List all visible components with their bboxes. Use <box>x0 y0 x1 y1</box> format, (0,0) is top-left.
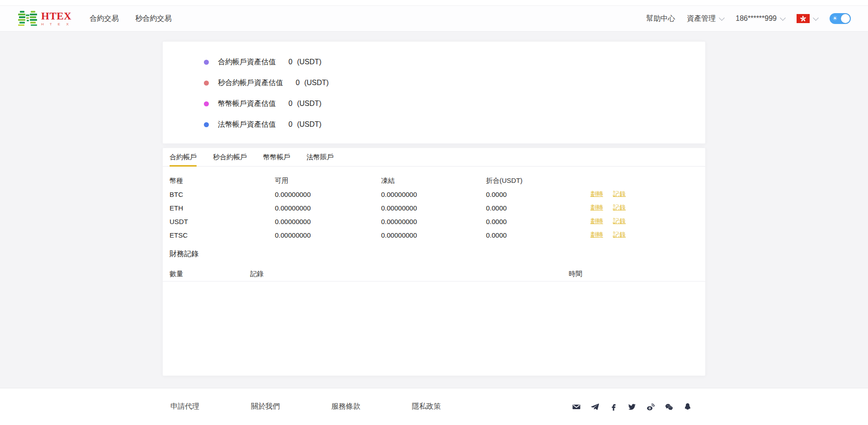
converted-amount: 0.0000 <box>486 231 590 239</box>
account-dot-icon <box>204 81 209 86</box>
qq-icon[interactable] <box>684 403 692 411</box>
tab-label: 法幣賬戶 <box>307 153 334 162</box>
email-icon[interactable] <box>572 403 580 411</box>
col-record: 記錄 <box>250 270 569 278</box>
chevron-down-icon <box>780 15 786 21</box>
record-link[interactable]: 記錄 <box>613 231 626 239</box>
account-valuation-label: 合約帳戶資產估值 <box>218 57 276 67</box>
main-content: 合約帳戶資產估值 0 (USDT) 秒合約帳戶資產估值 0 (USDT) 幣幣帳… <box>0 32 868 388</box>
available-amount: 0.00000000 <box>275 191 381 198</box>
asset-table-row: BTC 0.00000000 0.00000000 0.0000 劃轉 記錄 <box>163 187 705 201</box>
account-number: 186******999 <box>736 14 777 23</box>
footer-link[interactable]: 服務條款 <box>331 402 360 411</box>
page: HTEX H T E X 合約交易 秒合約交易 幫助中心 資產管理 186***… <box>0 0 868 425</box>
frozen-amount: 0.00000000 <box>381 191 486 198</box>
row-actions: 劃轉 記錄 <box>590 204 698 212</box>
asset-summary-row: 幣幣帳戶資產估值 0 (USDT) <box>204 97 705 110</box>
social-icons <box>572 403 692 411</box>
coin-name: BTC <box>170 191 275 198</box>
account-dot-icon <box>204 60 209 65</box>
hong-kong-flag-icon <box>797 14 810 23</box>
asset-summary-row: 法幣帳戶資產估值 0 (USDT) <box>204 118 705 131</box>
nav-asset-management[interactable]: 資產管理 <box>687 14 724 24</box>
logo-text: HTEX H T E X <box>41 11 71 26</box>
account-valuation-value: 0 <box>288 58 292 66</box>
transfer-link[interactable]: 劃轉 <box>590 204 603 212</box>
tab-label: 秒合約帳戶 <box>213 153 247 162</box>
facebook-icon[interactable] <box>609 403 618 411</box>
account-tab[interactable]: 法幣賬戶 <box>307 148 334 166</box>
account-tab[interactable]: 合約帳戶 <box>170 148 197 166</box>
top-strip <box>0 0 868 5</box>
nav-second-contract-trading[interactable]: 秒合約交易 <box>135 14 171 24</box>
navbar: HTEX H T E X 合約交易 秒合約交易 幫助中心 資產管理 186***… <box>0 5 868 32</box>
nav-contract-trading[interactable]: 合約交易 <box>90 14 118 24</box>
transfer-link[interactable]: 劃轉 <box>590 190 603 198</box>
account-menu[interactable]: 186******999 <box>736 14 785 23</box>
account-dot-icon <box>204 101 209 106</box>
logo[interactable]: HTEX H T E X <box>17 10 71 27</box>
account-valuation-label: 幣幣帳戶資產估值 <box>218 99 276 109</box>
logo-mark-icon <box>17 10 38 27</box>
col-frozen: 凍結 <box>381 177 486 185</box>
theme-toggle[interactable]: ☀ <box>830 13 851 24</box>
telegram-icon[interactable] <box>591 403 599 411</box>
account-valuation-unit: (USDT) <box>297 100 321 108</box>
account-valuation-value: 0 <box>296 79 300 87</box>
navbar-left: HTEX H T E X 合約交易 秒合約交易 <box>17 10 171 27</box>
coin-name: ETH <box>170 204 275 212</box>
account-tab[interactable]: 幣幣帳戶 <box>263 148 290 166</box>
accounts-card: 合約帳戶 秒合約帳戶 幣幣帳戶 法幣賬戶 <box>163 148 705 376</box>
col-time: 時間 <box>569 270 698 278</box>
footer-inner: 申請代理 關於我們 服務條款 隱私政策 <box>163 402 705 411</box>
col-available: 可用 <box>275 177 381 185</box>
available-amount: 0.00000000 <box>275 204 381 212</box>
footer: 申請代理 關於我們 服務條款 隱私政策 <box>0 388 868 425</box>
wechat-icon[interactable] <box>665 403 673 411</box>
asset-table-row: ETSC 0.00000000 0.00000000 0.0000 劃轉 記錄 <box>163 228 705 242</box>
logo-subtitle: H T E X <box>41 23 71 26</box>
available-amount: 0.00000000 <box>275 218 381 225</box>
row-actions: 劃轉 記錄 <box>590 217 698 225</box>
account-tabs: 合約帳戶 秒合約帳戶 幣幣帳戶 法幣賬戶 <box>163 148 705 167</box>
main-nav: 合約交易 秒合約交易 <box>90 14 171 24</box>
transfer-link[interactable]: 劃轉 <box>590 231 603 239</box>
logo-brand: HTEX <box>41 11 71 21</box>
coin-name: ETSC <box>170 231 275 239</box>
account-dot-icon <box>204 122 209 127</box>
footer-link[interactable]: 關於我們 <box>251 402 280 411</box>
frozen-amount: 0.00000000 <box>381 204 486 212</box>
twitter-icon[interactable] <box>628 403 636 411</box>
asset-summary-row: 秒合約帳戶資產估值 0 (USDT) <box>204 76 705 90</box>
converted-amount: 0.0000 <box>486 191 590 198</box>
converted-amount: 0.0000 <box>486 218 590 225</box>
record-link[interactable]: 記錄 <box>613 204 626 212</box>
frozen-amount: 0.00000000 <box>381 231 486 239</box>
record-link[interactable]: 記錄 <box>613 190 626 198</box>
language-selector[interactable] <box>797 14 818 23</box>
account-tab[interactable]: 秒合約帳戶 <box>213 148 247 166</box>
transfer-link[interactable]: 劃轉 <box>590 217 603 225</box>
weibo-icon[interactable] <box>646 403 655 411</box>
account-valuation-unit: (USDT) <box>297 120 321 129</box>
nav-help-center[interactable]: 幫助中心 <box>646 14 675 24</box>
account-valuation-unit: (USDT) <box>297 58 321 66</box>
chevron-down-icon <box>719 15 725 21</box>
frozen-amount: 0.00000000 <box>381 218 486 225</box>
asset-summary-card: 合約帳戶資產估值 0 (USDT) 秒合約帳戶資產估值 0 (USDT) 幣幣帳… <box>163 42 705 143</box>
asset-table-row: ETH 0.00000000 0.00000000 0.0000 劃轉 記錄 <box>163 201 705 215</box>
account-valuation-value: 0 <box>288 100 292 108</box>
asset-table-header: 幣種 可用 凍結 折合(USDT) <box>163 174 705 187</box>
row-actions: 劃轉 記錄 <box>590 190 698 198</box>
navbar-right: 幫助中心 資產管理 186******999 <box>646 13 851 24</box>
chevron-down-icon <box>813 15 819 21</box>
tab-label: 幣幣帳戶 <box>263 153 290 162</box>
account-valuation-unit: (USDT) <box>304 79 329 87</box>
record-link[interactable]: 記錄 <box>613 217 626 225</box>
account-valuation-label: 法幣帳戶資產估值 <box>218 120 276 129</box>
tab-label: 合約帳戶 <box>170 153 197 162</box>
converted-amount: 0.0000 <box>486 204 590 212</box>
col-converted: 折合(USDT) <box>486 177 590 185</box>
footer-link[interactable]: 隱私政策 <box>412 402 441 411</box>
footer-link[interactable]: 申請代理 <box>170 402 199 411</box>
